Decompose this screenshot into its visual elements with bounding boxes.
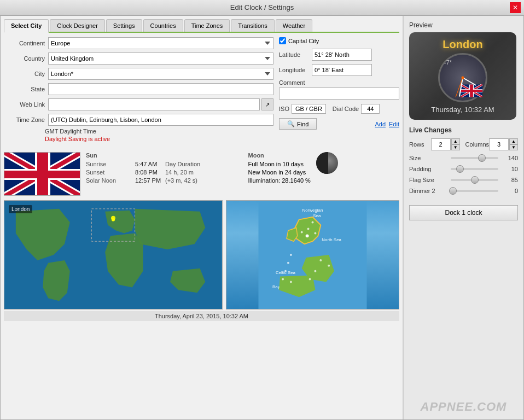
dock-clock-button[interactable]: Dock 1 clock bbox=[409, 205, 518, 220]
tab-bar: Select City Clock Designer Settings Coun… bbox=[4, 19, 399, 33]
svg-point-28 bbox=[290, 281, 292, 283]
clock-face: -7* bbox=[438, 53, 487, 102]
columns-spinner-buttons: ▲ ▼ bbox=[509, 138, 518, 150]
clock-preview: London -7* bbox=[409, 32, 516, 120]
gmt-text: GMT Daylight Time bbox=[45, 128, 273, 135]
weblink-input[interactable] bbox=[48, 98, 260, 110]
tab-transitions[interactable]: Transitions bbox=[231, 19, 274, 32]
country-select[interactable]: United Kingdom bbox=[48, 52, 273, 65]
info-section: Sun Sunrise 5:47 AM Day Duration Sunset … bbox=[4, 152, 399, 196]
longitude-input[interactable] bbox=[312, 64, 372, 76]
sun-section: Sun Sunrise 5:47 AM Day Duration Sunset … bbox=[86, 152, 237, 185]
regional-map-svg: Norwegian Sea North Sea Celtic Sea Bay o… bbox=[226, 201, 399, 309]
sunrise-row: Sunrise 5:47 AM Day Duration bbox=[86, 161, 237, 167]
padding-slider-thumb[interactable] bbox=[456, 165, 464, 173]
weblink-external-button[interactable]: ↗ bbox=[261, 98, 273, 110]
dimmer-slider-thumb[interactable] bbox=[449, 187, 457, 195]
iso-value: GB / GBR bbox=[292, 104, 326, 114]
city-select[interactable]: London* bbox=[48, 68, 273, 80]
sunset-row: Sunset 8:08 PM 14 h, 20 m bbox=[86, 169, 237, 176]
close-button[interactable]: ✕ bbox=[510, 2, 521, 13]
new-moon-text: New Moon in 24 days bbox=[248, 169, 306, 176]
noon-extra: (+3 m, 42 s) bbox=[165, 177, 197, 184]
comment-label: Comment bbox=[279, 79, 399, 86]
window-title: Edit Clock / Settings bbox=[230, 3, 294, 11]
edit-button[interactable]: Edit bbox=[389, 121, 399, 127]
tab-weather[interactable]: Weather bbox=[276, 19, 312, 32]
tab-settings[interactable]: Settings bbox=[106, 19, 142, 32]
clock-time: Thursday, 10:32 AM bbox=[431, 106, 494, 114]
sunset-label: Sunset bbox=[86, 169, 135, 176]
svg-point-26 bbox=[314, 270, 316, 272]
map-footer: Thursday, April 23, 2015, 10:32 AM bbox=[4, 311, 399, 321]
flag-size-slider-thumb[interactable] bbox=[471, 176, 479, 184]
svg-text:North Sea: North Sea bbox=[322, 237, 341, 242]
rows-label: Rows bbox=[409, 141, 431, 148]
tab-countries[interactable]: Countries bbox=[143, 19, 183, 32]
size-value: 140 bbox=[502, 155, 518, 161]
moon-section: Moon Full Moon in 10 days New Moon in 24… bbox=[248, 152, 400, 185]
maps-section: London Norwegian Sea North Sea Celtic Se… bbox=[4, 200, 399, 310]
sunset-value: 8:08 PM bbox=[135, 169, 165, 176]
capital-city-checkbox-label[interactable]: Capital City bbox=[279, 37, 319, 44]
live-changes-title: Live Changes bbox=[409, 126, 518, 134]
rows-input[interactable] bbox=[431, 138, 451, 150]
right-panel: Preview London -7* bbox=[403, 16, 523, 419]
add-button[interactable]: Add bbox=[375, 121, 386, 127]
capital-city-checkbox[interactable] bbox=[279, 37, 286, 44]
rows-columns-row: Rows ▲ ▼ Columns ▲ ▼ bbox=[409, 138, 518, 150]
rows-up-button[interactable]: ▲ bbox=[451, 138, 460, 144]
rows-down-button[interactable]: ▼ bbox=[451, 144, 460, 150]
dial-code-value: 44 bbox=[361, 104, 380, 114]
left-panel: Select City Clock Designer Settings Coun… bbox=[1, 16, 403, 419]
longitude-label: Longitude bbox=[279, 67, 312, 73]
state-input[interactable] bbox=[48, 83, 273, 95]
svg-point-19 bbox=[306, 234, 309, 237]
form-left: Continent Europe Country United Kingdom … bbox=[4, 37, 273, 147]
columns-spinner: ▲ ▼ bbox=[489, 138, 518, 150]
dimmer-row: Dimmer 2 0 bbox=[409, 188, 518, 194]
size-slider-thumb[interactable] bbox=[478, 154, 486, 162]
moon-header: Moon bbox=[248, 152, 311, 159]
svg-point-31 bbox=[287, 262, 289, 264]
size-slider-track bbox=[451, 157, 498, 159]
padding-label: Padding bbox=[409, 166, 447, 172]
svg-point-29 bbox=[282, 278, 284, 281]
rows-spinner: ▲ ▼ bbox=[431, 138, 460, 150]
sunrise-label: Sunrise bbox=[86, 161, 135, 167]
latitude-input[interactable] bbox=[312, 49, 372, 61]
find-button[interactable]: 🔍 Find bbox=[279, 118, 317, 130]
svg-text:Norwegian: Norwegian bbox=[302, 208, 323, 213]
svg-point-30 bbox=[284, 270, 287, 272]
svg-point-23 bbox=[301, 231, 303, 233]
timezone-label: Time Zone bbox=[4, 116, 45, 123]
svg-point-32 bbox=[290, 254, 292, 256]
weblink-row: Web Link ↗ bbox=[4, 98, 273, 110]
noon-value: 12:57 PM bbox=[135, 177, 165, 184]
continent-select[interactable]: Europe bbox=[48, 37, 273, 49]
add-edit-links: Add Edit bbox=[375, 121, 399, 127]
comment-input[interactable] bbox=[279, 88, 399, 100]
flag-container bbox=[4, 152, 80, 196]
flag-size-label: Flag Size bbox=[409, 177, 447, 183]
padding-value: 10 bbox=[502, 166, 518, 172]
svg-point-12 bbox=[112, 218, 115, 221]
columns-input[interactable] bbox=[489, 138, 509, 150]
form-right: Capital City Latitude Longitude Comment … bbox=[279, 37, 399, 147]
state-label: State bbox=[4, 86, 45, 92]
full-moon-text: Full Moon in 10 days bbox=[248, 161, 304, 167]
capital-city-label: Capital City bbox=[288, 38, 319, 44]
dimmer-label: Dimmer 2 bbox=[409, 188, 447, 194]
city-row: City London* bbox=[4, 68, 273, 80]
columns-down-button[interactable]: ▼ bbox=[509, 144, 518, 150]
tab-select-city[interactable]: Select City bbox=[4, 19, 49, 33]
country-label: Country bbox=[4, 55, 45, 62]
search-icon: 🔍 bbox=[287, 120, 295, 127]
timezone-row: Time Zone bbox=[4, 114, 273, 126]
svg-point-22 bbox=[312, 221, 314, 224]
tab-clock-designer[interactable]: Clock Designer bbox=[50, 19, 105, 32]
svg-point-21 bbox=[314, 232, 316, 234]
timezone-input[interactable] bbox=[48, 114, 273, 126]
columns-up-button[interactable]: ▲ bbox=[509, 138, 518, 144]
tab-time-zones[interactable]: Time Zones bbox=[184, 19, 230, 32]
